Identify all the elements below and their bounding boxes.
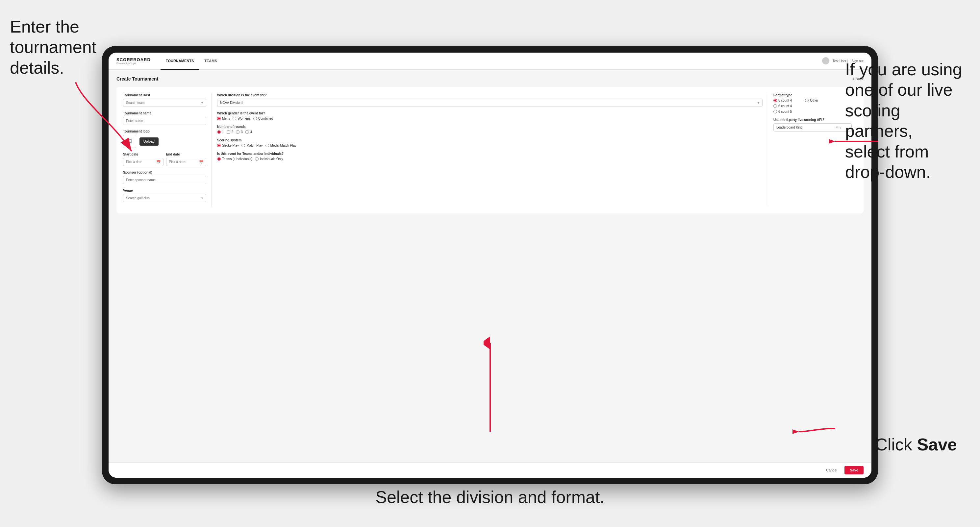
arrow-bottomright	[792, 415, 838, 441]
start-date-wrapper: 📅	[123, 158, 164, 166]
format-radio-group: 5 count 4 Other 6 count 4	[773, 98, 852, 113]
format-6count5[interactable]: 6 count 5	[773, 110, 852, 113]
sponsor-input[interactable]	[123, 176, 206, 184]
teams-plus-individuals[interactable]: Teams (+Individuals)	[217, 157, 252, 161]
annotation-topleft: Enter the tournament details.	[10, 16, 115, 78]
gender-mens[interactable]: Mens	[217, 117, 230, 120]
gender-radio-group: Mens Womens Combined	[217, 117, 762, 120]
teams-label: Is this event for Teams and/or Individua…	[217, 152, 762, 156]
arrow-topright	[829, 128, 881, 154]
scoring-stroke-label: Stroke Play	[222, 144, 239, 147]
gender-group: Which gender is the event for? Mens Wome…	[217, 111, 762, 120]
rounds-1[interactable]: 1	[217, 130, 224, 134]
end-date-input[interactable]	[166, 158, 207, 166]
division-select[interactable]: NCAA Division I	[217, 98, 762, 107]
logo: SCOREBOARD Powered by Clippit	[116, 57, 151, 64]
page-header: Create Tournament < Back	[116, 76, 864, 81]
format-6count4[interactable]: 6 count 4	[773, 104, 852, 108]
venue-label: Venue	[123, 189, 206, 192]
gender-combined[interactable]: Combined	[253, 117, 274, 120]
gender-womens-label: Womens	[237, 117, 250, 120]
venue-group: Venue ▼	[123, 189, 206, 202]
venue-input[interactable]	[123, 194, 206, 202]
nav-tournaments[interactable]: TOURNAMENTS	[161, 52, 199, 70]
form-col-2: Which division is the event for? NCAA Di…	[212, 94, 768, 207]
rounds-3[interactable]: 3	[236, 130, 243, 134]
format-row-1: 5 count 4 Other	[773, 98, 852, 102]
scoring-medal[interactable]: Medal Match Play	[266, 144, 296, 147]
save-button[interactable]: Save	[845, 466, 864, 475]
navbar: SCOREBOARD Powered by Clippit TOURNAMENT…	[108, 52, 872, 70]
api-label: Use third-party live scoring API?	[773, 118, 852, 122]
logo-sub: Powered by Clippit	[116, 62, 151, 64]
sponsor-group: Sponsor (optional)	[123, 171, 206, 184]
gender-combined-label: Combined	[258, 117, 274, 120]
rounds-radio-group: 1 2 3 4	[217, 130, 762, 134]
logo-title: SCOREBOARD	[116, 57, 151, 62]
gender-womens[interactable]: Womens	[232, 117, 250, 120]
end-date-wrapper: 📅	[166, 158, 207, 166]
arrow-bottomcenter	[484, 337, 497, 435]
scoring-match[interactable]: Match Play	[242, 144, 262, 147]
sponsor-label: Sponsor (optional)	[123, 171, 206, 174]
scoring-label: Scoring system	[217, 138, 762, 142]
api-value: Leaderboard King	[776, 125, 803, 129]
rounds-4-label: 4	[250, 130, 252, 134]
gender-mens-label: Mens	[222, 117, 230, 120]
teams-radio-group: Teams (+Individuals) Individuals Only	[217, 157, 762, 161]
rounds-1-label: 1	[222, 130, 224, 134]
annotation-bottomright: Click Save	[875, 434, 957, 455]
scoring-medal-label: Medal Match Play	[270, 144, 296, 147]
nav-links: TOURNAMENTS TEAMS	[161, 52, 822, 69]
division-label: Which division is the event for?	[217, 94, 762, 97]
scoring-stroke[interactable]: Stroke Play	[217, 144, 239, 147]
format-6count4-label: 6 count 4	[778, 104, 792, 108]
format-group: Format type 5 count 4 Other	[773, 94, 852, 113]
teams-individuals-only[interactable]: Individuals Only	[255, 157, 283, 161]
end-date-label: End date	[166, 152, 207, 156]
rounds-2-label: 2	[232, 130, 234, 134]
division-select-wrapper: NCAA Division I ▼	[217, 98, 762, 107]
cancel-button[interactable]: Cancel	[822, 466, 841, 475]
rounds-group: Number of rounds 1 2	[217, 125, 762, 134]
form-grid: Tournament Host ▼ Tournament name Tourna…	[116, 87, 864, 213]
end-date-group: End date 📅	[166, 152, 207, 166]
format-5count4[interactable]: 5 count 4	[773, 98, 792, 102]
start-date-input[interactable]	[123, 158, 164, 166]
rounds-label: Number of rounds	[217, 125, 762, 129]
scoring-group: Scoring system Stroke Play Match Play	[217, 138, 762, 147]
bottom-bar: Cancel Save	[108, 462, 872, 478]
teams-group: Is this event for Teams and/or Individua…	[217, 152, 762, 161]
teams-individuals-label: Individuals Only	[260, 157, 283, 161]
format-other-label: Other	[810, 98, 818, 102]
rounds-2[interactable]: 2	[227, 130, 234, 134]
annotation-bottomcenter: Select the division and format.	[375, 487, 605, 507]
format-other[interactable]: Other	[805, 98, 818, 102]
arrow-topleft	[66, 76, 145, 158]
nav-teams[interactable]: TEAMS	[199, 52, 223, 70]
venue-select-wrapper: ▼	[123, 194, 206, 202]
rounds-3-label: 3	[241, 130, 243, 134]
division-group: Which division is the event for? NCAA Di…	[217, 94, 762, 107]
format-6count5-label: 6 count 5	[778, 110, 792, 113]
scoring-match-label: Match Play	[247, 144, 262, 147]
gender-label: Which gender is the event for?	[217, 111, 762, 115]
avatar	[822, 57, 829, 64]
scoring-radio-group: Stroke Play Match Play Medal Match Play	[217, 144, 762, 147]
annotation-topright: If you are using one of our live scoring…	[845, 59, 970, 182]
format-label: Format type	[773, 94, 852, 97]
rounds-4[interactable]: 4	[245, 130, 252, 134]
teams-plus-label: Teams (+Individuals)	[222, 157, 252, 161]
format-5count4-label: 5 count 4	[778, 98, 792, 102]
